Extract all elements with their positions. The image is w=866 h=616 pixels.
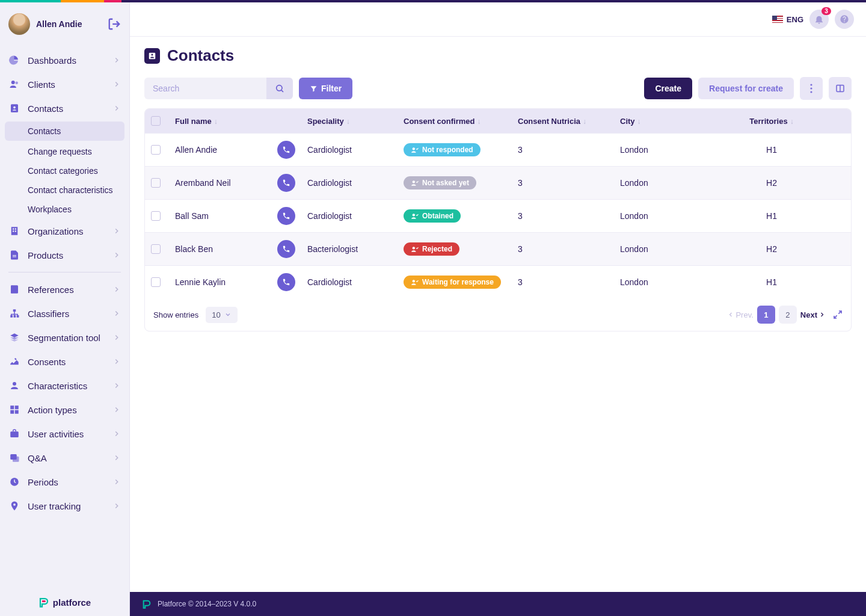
page-2[interactable]: 2 — [779, 306, 797, 324]
chevron-icon — [112, 285, 121, 294]
next-page[interactable]: Next — [800, 310, 826, 319]
help-button[interactable] — [835, 10, 854, 29]
create-button[interactable]: Create — [644, 78, 692, 99]
select-all-checkbox[interactable] — [151, 116, 161, 126]
notifications-button[interactable]: 3 — [809, 10, 829, 29]
row-checkbox[interactable] — [151, 178, 161, 188]
cell-city: London — [614, 167, 692, 200]
content: Contacts Filter Create Request for creat… — [130, 37, 866, 592]
chevron-icon — [112, 454, 121, 462]
sidebar-item-dashboards[interactable]: Dashboards — [0, 48, 129, 72]
contacts-page-icon — [144, 48, 160, 64]
chevron-icon — [112, 104, 121, 112]
row-checkbox[interactable] — [151, 145, 161, 155]
sidebar-item-action-types[interactable]: Action types — [0, 398, 129, 422]
table-row[interactable]: Black BenBacteriologistRejected3LondonH2 — [145, 233, 851, 266]
phone-icon[interactable] — [277, 174, 295, 192]
sidebar-item-periods[interactable]: Periods — [0, 470, 129, 494]
consent-icon — [411, 279, 419, 286]
sidebar-item-segmentation-tool[interactable]: Segmentation tool — [0, 325, 129, 350]
column-speciality[interactable]: Speciality↓ — [301, 109, 398, 134]
row-checkbox[interactable] — [151, 211, 161, 221]
phone-icon[interactable] — [277, 207, 295, 225]
sort-icon: ↓ — [790, 117, 794, 126]
sidebar-item-references[interactable]: References — [0, 277, 129, 301]
cell-speciality: Cardiologist — [301, 200, 398, 233]
user-block: Allen Andie — [0, 2, 129, 46]
more-actions-button[interactable] — [800, 77, 823, 100]
sidebar-subitem-change-requests[interactable]: Change requests — [0, 142, 129, 161]
svg-rect-10 — [13, 255, 16, 256]
column-full-name[interactable]: Full name↓ — [169, 109, 271, 134]
svg-rect-22 — [15, 410, 19, 414]
cell-territory: H2 — [692, 167, 851, 200]
layers-icon — [8, 331, 20, 343]
svg-point-35 — [413, 147, 415, 150]
sidebar-item-q&a[interactable]: Q&A — [0, 446, 129, 470]
sidebar-subitem-workplaces[interactable]: Workplaces — [0, 200, 129, 219]
sidebar-item-products[interactable]: Products — [0, 243, 129, 267]
svg-rect-5 — [11, 227, 18, 235]
table-row[interactable]: Aremband NeilCardiologistNot asked yet3L… — [145, 167, 851, 200]
svg-point-28 — [277, 85, 282, 91]
prev-page[interactable]: Prev. — [727, 310, 753, 319]
search-button[interactable] — [266, 78, 293, 99]
search-input[interactable] — [144, 78, 266, 99]
request-create-button[interactable]: Request for create — [698, 78, 794, 99]
row-checkbox[interactable] — [151, 277, 161, 287]
cell-nutricia: 3 — [512, 266, 614, 299]
avatar[interactable] — [8, 13, 30, 35]
consent-pill: Rejected — [404, 242, 459, 256]
table-row[interactable]: Lennie KaylinCardiologistWaiting for res… — [145, 266, 851, 299]
brand-logo-icon — [38, 597, 49, 608]
sidebar-item-user-tracking[interactable]: User tracking — [0, 494, 129, 518]
row-checkbox[interactable] — [151, 244, 161, 254]
column-territories[interactable]: Territories↓ — [692, 109, 851, 134]
sidebar-item-characteristics[interactable]: Characteristics — [0, 374, 129, 398]
table-row[interactable]: Allen AndieCardiologistNot responded3Lon… — [145, 134, 851, 167]
chevron-icon — [112, 80, 121, 88]
signature-icon — [8, 356, 20, 368]
sidebar-item-contacts[interactable]: Contacts — [0, 96, 129, 120]
briefcase-icon — [8, 428, 20, 440]
users-icon — [8, 78, 20, 90]
chevron-icon — [112, 478, 121, 486]
sidebar-subitem-contact-categories[interactable]: Contact categories — [0, 161, 129, 180]
svg-rect-13 — [11, 285, 13, 294]
sidebar-item-classifiers[interactable]: Classifiers — [0, 301, 129, 325]
phone-icon[interactable] — [277, 141, 295, 159]
sidebar-subitem-contacts[interactable]: Contacts — [5, 122, 124, 141]
language-selector[interactable]: ENG — [772, 15, 803, 24]
consent-pill: Waiting for response — [404, 276, 501, 289]
pin-icon — [8, 500, 20, 512]
column-consent-confirmed[interactable]: Consent confirmed↓ — [398, 109, 512, 134]
sidebar-item-organizations[interactable]: Organizations — [0, 219, 129, 243]
logout-icon[interactable] — [108, 17, 121, 31]
sidebar-item-user-activities[interactable]: User activities — [0, 422, 129, 446]
cell-nutricia: 3 — [512, 233, 614, 266]
svg-point-39 — [413, 280, 415, 282]
columns-button[interactable] — [829, 77, 852, 100]
sidebar-subitem-contact-characteristics[interactable]: Contact characteristics — [0, 180, 129, 200]
page-title: Contacts — [144, 46, 852, 65]
entries-label: Show entries — [153, 310, 198, 319]
cell-territory: H1 — [692, 134, 851, 167]
phone-icon[interactable] — [277, 273, 295, 291]
svg-rect-21 — [10, 410, 14, 414]
chevron-icon — [112, 309, 121, 318]
entries-select[interactable]: 10 — [206, 307, 237, 323]
cell-speciality: Bacteriologist — [301, 233, 398, 266]
phone-icon[interactable] — [277, 240, 295, 258]
svg-point-18 — [13, 382, 16, 386]
table-row[interactable]: Ball SamCardiologistObtained3LondonH1 — [145, 200, 851, 233]
expand-icon[interactable] — [833, 310, 843, 319]
sidebar-item-consents[interactable]: Consents — [0, 350, 129, 374]
chevron-icon — [112, 251, 121, 259]
page-1[interactable]: 1 — [757, 306, 775, 324]
column-consent-nutricia[interactable]: Consent Nutricia↓ — [512, 109, 614, 134]
cell-nutricia: 3 — [512, 200, 614, 233]
sidebar-item-clients[interactable]: Clients — [0, 72, 129, 96]
column-city[interactable]: City↓ — [614, 109, 692, 134]
filter-button[interactable]: Filter — [299, 78, 352, 99]
chevron-icon — [112, 56, 121, 64]
